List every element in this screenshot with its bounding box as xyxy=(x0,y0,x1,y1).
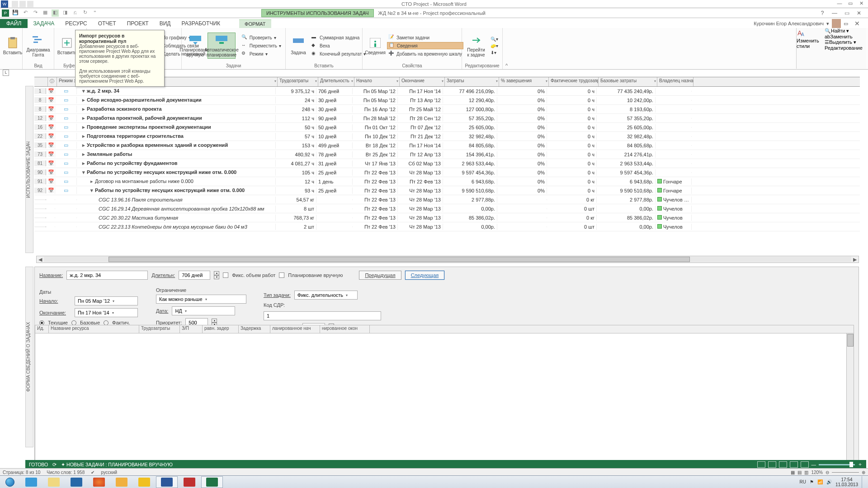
task-name[interactable]: ▸Подготовка территории строительства xyxy=(77,133,276,140)
page-indicator[interactable]: Страница: 8 из 10 xyxy=(3,470,40,475)
table-row[interactable]: CGC 16.29.14 Деревянная антисептированна… xyxy=(34,204,860,213)
cell-cost[interactable]: 127 000,80р. xyxy=(443,106,497,113)
res-hdr-name[interactable]: Название ресурса xyxy=(49,325,139,333)
scroll-thumb[interactable] xyxy=(847,334,854,347)
cell-work[interactable]: 4 081,27 ч xyxy=(276,160,316,167)
res-hdr-id[interactable]: Ид. xyxy=(35,325,49,333)
row-number[interactable]: 35 xyxy=(34,142,46,148)
cell-basecost[interactable]: 32 982,48р. xyxy=(597,133,656,140)
hdr-work[interactable]: Трудозатраты▾ xyxy=(278,77,318,86)
cell-actwork[interactable]: 0 ч xyxy=(547,169,597,176)
cell-end[interactable]: Чт 28 Мар '13 xyxy=(398,224,443,230)
cell-pct[interactable]: 0% xyxy=(497,88,547,94)
check-button[interactable]: 🔍Проверить ▾ xyxy=(240,34,283,41)
move-button[interactable]: ↔Переместить ▾ xyxy=(240,42,283,49)
cell-dur[interactable]: 31 дней xyxy=(316,160,353,167)
table-row[interactable]: 81📅▭▸Работы по устройству фундаментов4 0… xyxy=(34,159,860,168)
table-row[interactable]: CGC 22.23.13 Контейнеры для мусора мусор… xyxy=(34,222,860,231)
taskbar-app-explorer[interactable] xyxy=(43,476,65,488)
cell-owner[interactable] xyxy=(656,172,692,173)
cell-start[interactable]: Пн 28 Май '12 xyxy=(353,115,398,122)
tab-project[interactable]: ПРОЕКТ xyxy=(122,19,154,28)
cell-start[interactable]: Пт 22 Фев '13 xyxy=(353,188,398,194)
cell-pct[interactable]: 0% xyxy=(497,142,547,149)
task-name[interactable]: ▸Устройство и разборка временных зданий … xyxy=(77,142,276,149)
hdr-basecost[interactable]: Базовые затраты▾ xyxy=(599,77,657,86)
row-number[interactable]: 90 xyxy=(34,169,46,175)
task-name[interactable]: CGC 22.23.13 Контейнеры для мусора мусор… xyxy=(77,224,276,230)
cell-work[interactable]: 50 ч xyxy=(276,124,316,131)
cell-pct[interactable]: 0% xyxy=(497,124,547,131)
collapse-ribbon-icon[interactable]: ^ xyxy=(503,62,510,69)
grid-hscroll[interactable]: ◀ ▶ xyxy=(36,256,859,263)
taskbar-app-pdf[interactable] xyxy=(179,476,200,488)
cell-start[interactable]: Пн 10 Дек '12 xyxy=(353,133,398,140)
cell-end[interactable]: Пн 17 Ноя '14 xyxy=(398,88,443,94)
cell-basecost[interactable]: 2 977,88р. xyxy=(597,197,656,203)
scroll-right-icon[interactable]: ▶ xyxy=(851,257,859,263)
cell-dur[interactable]: 78 дней xyxy=(316,151,353,158)
cell-end[interactable]: Пн 17 Ноя '14 xyxy=(398,142,443,149)
cell-pct[interactable]: 0% xyxy=(497,188,547,194)
res-hdr-ot[interactable]: З/П xyxy=(180,325,203,333)
cell-pct[interactable] xyxy=(497,208,547,209)
row-number[interactable] xyxy=(34,208,46,209)
timeline-button[interactable]: ➕Добавить на временную шкалу xyxy=(387,50,463,57)
cell-basecost[interactable]: 214 276,41р. xyxy=(597,151,656,158)
cell-cost[interactable]: 0,00р. xyxy=(443,206,497,212)
language[interactable]: русский xyxy=(101,470,117,475)
cell-cost[interactable]: 2 963 533,44р. xyxy=(443,160,497,167)
taskbar-app-project[interactable] xyxy=(201,476,223,488)
cell-start[interactable]: Пн 05 Мар '12 xyxy=(353,97,398,103)
row-number[interactable]: 81 xyxy=(34,160,46,166)
cell-cost[interactable]: 85 386,02р. xyxy=(443,215,497,221)
cell-start[interactable]: Пн 16 Апр '12 xyxy=(353,106,398,113)
cell-start[interactable]: Пт 22 Фев '13 xyxy=(353,169,398,176)
word-min-icon[interactable]: — xyxy=(835,0,844,8)
cell-cost[interactable]: 25 605,00р. xyxy=(443,124,497,131)
word-find-button[interactable]: 🔍Найти ▾ xyxy=(825,28,866,34)
ribbon-display-icon[interactable]: ▭ xyxy=(844,21,848,27)
cell-end[interactable]: Чт 28 Мар '13 xyxy=(398,206,443,212)
cell-end[interactable]: Чт 28 Мар '13 xyxy=(398,197,443,203)
qat-redo-icon[interactable] xyxy=(27,1,33,7)
tray-flag-icon[interactable]: ⚑ xyxy=(810,479,814,484)
cell-work[interactable]: 9 375,12 ч xyxy=(276,88,316,94)
info-button[interactable]: Сведения xyxy=(365,36,385,56)
cell-start[interactable]: Пт 22 Фев '13 xyxy=(353,224,398,230)
find-icon[interactable]: 🔍▾ xyxy=(489,36,500,42)
table-row[interactable]: 16📅▭▸Проведение экспертизы проектной док… xyxy=(34,123,860,132)
cell-end[interactable]: Пт 21 Дек '12 xyxy=(398,133,443,140)
task-name[interactable]: ▸Проведение экспертизы проектной докумен… xyxy=(77,124,276,131)
cell-actwork[interactable]: 0 ч xyxy=(547,160,597,167)
cell-dur[interactable]: 25 дней xyxy=(316,169,353,176)
task-name[interactable]: ▾Работы по устройству несущих конструкци… xyxy=(77,169,276,176)
view-shortcut-icon[interactable] xyxy=(768,461,776,468)
constraint-field[interactable]: Как можно раньше▾ xyxy=(156,295,246,304)
min-icon[interactable]: — xyxy=(829,10,840,16)
cell-cost[interactable]: 0,00р. xyxy=(443,224,497,230)
cell-actwork[interactable]: 0 шт xyxy=(547,224,597,230)
row-number[interactable]: 1 xyxy=(34,88,46,94)
paste-button[interactable]: Вставить xyxy=(3,36,23,56)
cell-work[interactable]: 12 ч xyxy=(276,178,316,185)
qat-btn-icon[interactable]: ◧ xyxy=(52,9,59,17)
table-row[interactable]: 91📅▭▸Договор на монтажные работы ниже 0.… xyxy=(34,177,860,186)
tab-file[interactable]: ФАЙЛ xyxy=(0,19,28,28)
user-name[interactable]: Курочкин Егор Александрович xyxy=(754,21,824,26)
table-row[interactable]: 8📅▭▸Сбор исходно-разрешительной документ… xyxy=(34,96,860,105)
word-close-icon[interactable]: ✕ xyxy=(856,0,866,8)
cell-end[interactable]: Чт 28 Мар '13 xyxy=(398,169,443,176)
hdr-start[interactable]: Начало▾ xyxy=(354,77,400,86)
cell-basecost[interactable]: 8 193,60р. xyxy=(597,106,656,113)
cell-work[interactable]: 93 ч xyxy=(276,188,316,194)
cell-actwork[interactable]: 0 ч xyxy=(547,188,597,194)
cell-basecost[interactable]: 9 597 454,36р. xyxy=(597,169,656,176)
res-hdr-pend[interactable]: нированное окон xyxy=(320,325,370,333)
taskbar-app-rdp[interactable] xyxy=(66,476,87,488)
qat-btn-icon[interactable]: ⎌ xyxy=(71,9,79,17)
row-number[interactable]: 92 xyxy=(34,188,46,193)
cell-actwork[interactable]: 0 ч xyxy=(547,115,597,122)
status-new-tasks[interactable]: ✦ НОВЫЕ ЗАДАЧИ : ПЛАНИРОВАНИЕ ВРУЧНУЮ xyxy=(61,462,173,467)
cell-dur[interactable]: 30 дней xyxy=(316,97,353,103)
